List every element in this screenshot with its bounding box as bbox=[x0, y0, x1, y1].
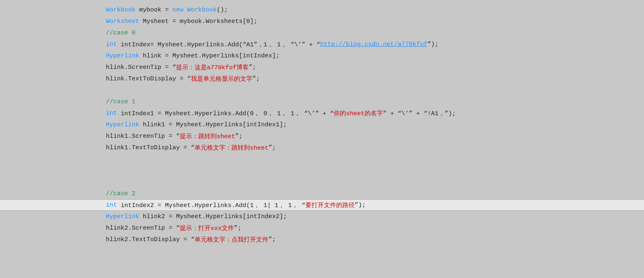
line-indent bbox=[0, 7, 106, 14]
code-token: //case 0 bbox=[106, 30, 135, 36]
code-token bbox=[183, 7, 187, 14]
code-token: ”; bbox=[235, 133, 243, 140]
code-token: hlink2 = Mysheet.Hyperlinks[intIndex2]; bbox=[139, 213, 287, 220]
code-token: intIndex1 = Mysheet.Hyperlinks.Add(0， 0，… bbox=[117, 109, 334, 117]
line-indent bbox=[0, 18, 106, 25]
line-indent bbox=[0, 225, 106, 232]
code-line-18: int intIndex2 = Mysheet.Hyperlinks.Add(1… bbox=[0, 199, 644, 211]
code-token: Hyperlink bbox=[106, 121, 139, 128]
line-indent bbox=[0, 64, 106, 71]
code-token: (); bbox=[217, 7, 228, 14]
line-indent bbox=[0, 41, 106, 48]
code-token: Hyperlink bbox=[106, 52, 139, 59]
code-line-9: //case 1 bbox=[0, 96, 644, 107]
code-token: //case 2 bbox=[106, 190, 135, 197]
code-line-13: hlink1.TextToDisplay = “单元格文字：跳转到sheet”; bbox=[0, 142, 644, 153]
code-token: hlink2.TextToDisplay = “ bbox=[106, 236, 195, 243]
line-indent bbox=[0, 133, 106, 140]
code-editor: Workbook mybook = new Workbook(); Worksh… bbox=[0, 0, 644, 278]
line-indent bbox=[0, 30, 106, 36]
code-line-11: Hyperlink hlink1 = Mysheet.Hyperlinks[in… bbox=[0, 119, 644, 130]
code-token: 单元格文字：跳转到sheet bbox=[195, 144, 268, 152]
code-token: Workbook bbox=[106, 7, 135, 14]
code-line-6: hlink.ScreenTip = “提示：这是a770kfof博客”; bbox=[0, 62, 644, 73]
code-line-14 bbox=[0, 153, 644, 165]
code-token: hlink = Mysheet.Hyperlinks[intIndex]; bbox=[139, 52, 280, 59]
code-token: int bbox=[106, 202, 117, 209]
line-indent bbox=[0, 202, 106, 209]
code-token: new bbox=[172, 7, 183, 14]
code-token: intIndex= Mysheet.Hyperlinks.Add(“A1”，1，… bbox=[117, 41, 320, 48]
code-line-2: Worksheet Mysheet = mybook.Worksheets[0]… bbox=[0, 16, 644, 27]
code-line-12: hlink1.ScreenTip = “提示：跳转到sheet”; bbox=[0, 130, 644, 142]
code-line-4: int intIndex= Mysheet.Hyperlinks.Add(“A1… bbox=[0, 39, 644, 50]
code-line-8 bbox=[0, 84, 644, 96]
code-line-17: //case 2 bbox=[0, 188, 644, 199]
code-token: http://blog.csdn.net/a770kfof bbox=[320, 41, 427, 48]
code-token: int bbox=[106, 41, 117, 48]
line-indent bbox=[0, 98, 106, 105]
code-token: 要打开文件的路径 bbox=[305, 201, 355, 209]
code-token: ”); bbox=[355, 202, 366, 209]
code-token: ”; bbox=[234, 225, 241, 232]
line-indent bbox=[0, 144, 106, 151]
code-token: 提示：跳转到sheet bbox=[180, 132, 235, 140]
code-token: 我是单元格显示的文字 bbox=[191, 75, 252, 83]
line-indent bbox=[0, 236, 106, 243]
code-token: 提示：这是a770kfof博客 bbox=[176, 64, 249, 71]
code-token: hlink.ScreenTip = “ bbox=[106, 64, 176, 71]
code-token: hlink.TextToDisplay = “ bbox=[106, 75, 191, 82]
code-token: mybook = bbox=[135, 7, 172, 14]
line-indent bbox=[0, 52, 106, 59]
line-indent bbox=[0, 190, 106, 197]
code-line-21: hlink2.TextToDisplay = “单元格文字：点我打开文件”; bbox=[0, 234, 644, 245]
code-line-15 bbox=[0, 165, 644, 176]
line-indent bbox=[0, 75, 106, 82]
code-line-19: Hyperlink hlink2 = Mysheet.Hyperlinks[in… bbox=[0, 211, 644, 222]
code-token: ”; bbox=[268, 236, 276, 243]
code-token: ” + “\’” + “!A1，”); bbox=[383, 109, 456, 117]
line-indent bbox=[0, 213, 106, 220]
code-line-5: Hyperlink hlink = Mysheet.Hyperlinks[int… bbox=[0, 50, 644, 62]
code-token: Hyperlink bbox=[106, 213, 139, 220]
code-line-16 bbox=[0, 176, 644, 188]
code-token: //case 1 bbox=[106, 98, 135, 105]
code-line-10: int intIndex1 = Mysheet.Hyperlinks.Add(0… bbox=[0, 107, 644, 119]
code-token: int bbox=[106, 110, 117, 117]
code-token: hlink1.ScreenTip = “ bbox=[106, 133, 180, 140]
line-indent bbox=[0, 121, 106, 128]
line-indent bbox=[0, 110, 106, 117]
code-line-7: hlink.TextToDisplay = “我是单元格显示的文字”; bbox=[0, 73, 644, 84]
code-token: ”; bbox=[249, 64, 256, 71]
code-token: intIndex2 = Mysheet.Hyperlinks.Add(1， 1|… bbox=[117, 201, 305, 209]
code-token: ”; bbox=[252, 75, 260, 82]
code-token: Workbook bbox=[187, 7, 217, 14]
code-token: ”); bbox=[427, 41, 438, 48]
code-token: 单元格文字：点我打开文件 bbox=[195, 236, 268, 244]
code-line-1: Workbook mybook = new Workbook(); bbox=[0, 4, 644, 16]
code-token: 你的sheet的名字 bbox=[334, 109, 383, 117]
code-token: 提示：打开xxx文件 bbox=[180, 224, 234, 232]
code-token: hlink1 = Mysheet.Hyperlinks[intIndex1]; bbox=[139, 121, 287, 128]
code-token: Worksheet bbox=[106, 18, 139, 25]
code-token: ”; bbox=[268, 144, 276, 151]
code-token: hlink2.ScreenTip = “ bbox=[106, 225, 180, 232]
code-token: hlink1.TextToDisplay = “ bbox=[106, 144, 195, 151]
code-line-3: //case 0 bbox=[0, 27, 644, 39]
code-line-20: hlink2.ScreenTip = “提示：打开xxx文件”; bbox=[0, 222, 644, 234]
code-token: Mysheet = mybook.Worksheets[0]; bbox=[139, 18, 257, 25]
